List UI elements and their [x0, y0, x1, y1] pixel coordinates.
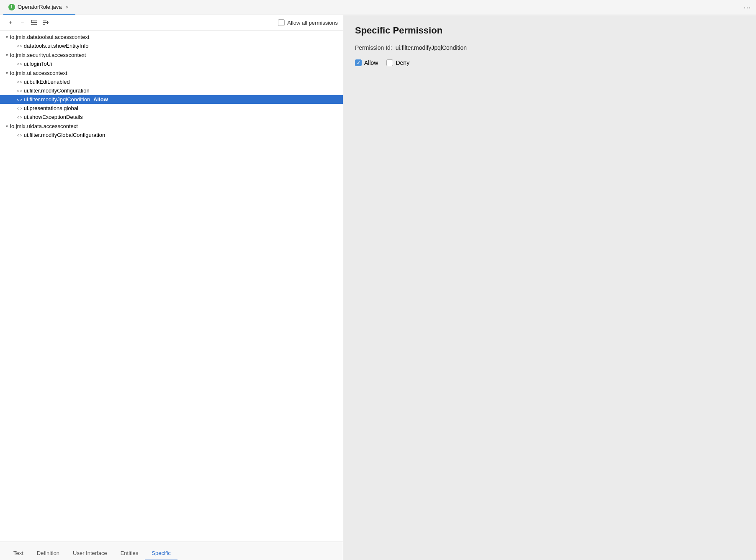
item-label: ui.showExceptionDetails: [24, 114, 83, 120]
tree-group-datatoolsui[interactable]: ▾ io.jmix.datatoolsui.accesscontext: [0, 32, 343, 41]
permission-id-value: ui.filter.modifyJpqlCondition: [396, 44, 467, 51]
right-panel: Specific Permission Permission Id: ui.fi…: [343, 15, 756, 560]
item-code-icon: <>: [17, 88, 22, 93]
tree-container[interactable]: ▾ io.jmix.datatoolsui.accesscontext <> d…: [0, 31, 343, 542]
tab-bar: I OperatorRole.java × ⋯: [0, 0, 756, 15]
tab-file-icon: I: [8, 4, 15, 10]
allow-checkbox[interactable]: [355, 59, 362, 66]
item-label: ui.filter.modifyJpqlCondition: [24, 96, 90, 103]
deny-checkbox[interactable]: [386, 59, 393, 66]
item-code-icon: <>: [17, 106, 22, 111]
allow-all-checkbox[interactable]: [278, 19, 285, 26]
expand-icon: ▾: [3, 51, 10, 58]
item-label: ui.presentations.global: [24, 105, 78, 111]
item-code-icon: <>: [17, 44, 22, 49]
tab-entities[interactable]: Entities: [114, 547, 145, 560]
expand-icon: ▾: [3, 33, 10, 40]
item-code-icon: <>: [17, 97, 22, 102]
tab-definition[interactable]: Definition: [30, 547, 66, 560]
tree-item-ui-4[interactable]: <> ui.presentations.global: [0, 104, 343, 113]
item-code-icon: <>: [17, 62, 22, 67]
permission-id-row: Permission Id: ui.filter.modifyJpqlCondi…: [355, 44, 744, 51]
expand-icon: ▾: [3, 123, 10, 129]
sort-button[interactable]: [40, 18, 51, 28]
tree-item-ui-3[interactable]: <> ui.filter.modifyJpqlCondition Allow: [0, 95, 343, 104]
tree-item-datatoolsui-1[interactable]: <> datatools.ui.showEntityInfo: [0, 41, 343, 50]
permission-options: Allow Deny: [355, 59, 744, 66]
sort-icon: [42, 20, 49, 26]
item-code-icon: <>: [17, 80, 22, 85]
collapse-all-button[interactable]: [28, 18, 39, 28]
tab-userinterface[interactable]: User Interface: [66, 547, 114, 560]
tree-item-ui-1[interactable]: <> ui.bulkEdit.enabled: [0, 77, 343, 86]
group-label: io.jmix.ui.accesscontext: [10, 70, 67, 76]
tree-item-ui-5[interactable]: <> ui.showExceptionDetails: [0, 113, 343, 121]
file-tab[interactable]: I OperatorRole.java ×: [3, 0, 75, 15]
tree-item-uidata-1[interactable]: <> ui.filter.modifyGlobalConfiguration: [0, 131, 343, 139]
left-panel: + −: [0, 15, 343, 560]
group-label: io.jmix.securityui.accesscontext: [10, 52, 86, 58]
deny-label: Deny: [396, 59, 409, 66]
allow-all-label: Allow all permissions: [287, 20, 338, 26]
tree-group-ui[interactable]: ▾ io.jmix.ui.accesscontext: [0, 68, 343, 77]
tree-item-securityui-1[interactable]: <> ui.loginToUi: [0, 59, 343, 68]
tab-specific[interactable]: Specific: [145, 547, 177, 560]
tab-close-button[interactable]: ×: [64, 4, 70, 10]
item-code-icon: <>: [17, 115, 22, 120]
item-label: datatools.ui.showEntityInfo: [24, 43, 89, 49]
bottom-tabs: Text Definition User Interface Entities …: [0, 542, 343, 560]
collapse-all-icon: [31, 20, 37, 26]
specific-permission-title: Specific Permission: [355, 25, 744, 36]
item-label: ui.bulkEdit.enabled: [24, 79, 70, 85]
expand-icon: ▾: [3, 69, 10, 76]
group-label: io.jmix.uidata.accesscontext: [10, 123, 78, 129]
permission-id-label: Permission Id:: [355, 44, 392, 51]
group-label: io.jmix.datatoolsui.accesscontext: [10, 34, 89, 40]
tab-text[interactable]: Text: [7, 547, 30, 560]
item-label: ui.filter.modifyConfiguration: [24, 87, 90, 94]
tree-group-securityui[interactable]: ▾ io.jmix.securityui.accesscontext: [0, 50, 343, 59]
allow-label: Allow: [364, 59, 378, 66]
item-code-icon: <>: [17, 133, 22, 138]
tree-item-ui-2[interactable]: <> ui.filter.modifyConfiguration: [0, 86, 343, 95]
allow-all-permissions[interactable]: Allow all permissions: [278, 19, 338, 26]
toolbar: + −: [0, 15, 343, 31]
item-label: ui.loginToUi: [24, 61, 52, 67]
deny-option[interactable]: Deny: [386, 59, 409, 66]
add-button[interactable]: +: [5, 18, 16, 28]
item-label: ui.filter.modifyGlobalConfiguration: [24, 132, 105, 138]
remove-button[interactable]: −: [17, 18, 28, 28]
allow-option[interactable]: Allow: [355, 59, 378, 66]
main-content: + −: [0, 15, 756, 560]
more-options-button[interactable]: ⋯: [742, 1, 753, 14]
tab-label: OperatorRole.java: [18, 4, 62, 10]
tree-group-uidata[interactable]: ▾ io.jmix.uidata.accesscontext: [0, 121, 343, 131]
item-allow-badge: Allow: [93, 96, 108, 103]
